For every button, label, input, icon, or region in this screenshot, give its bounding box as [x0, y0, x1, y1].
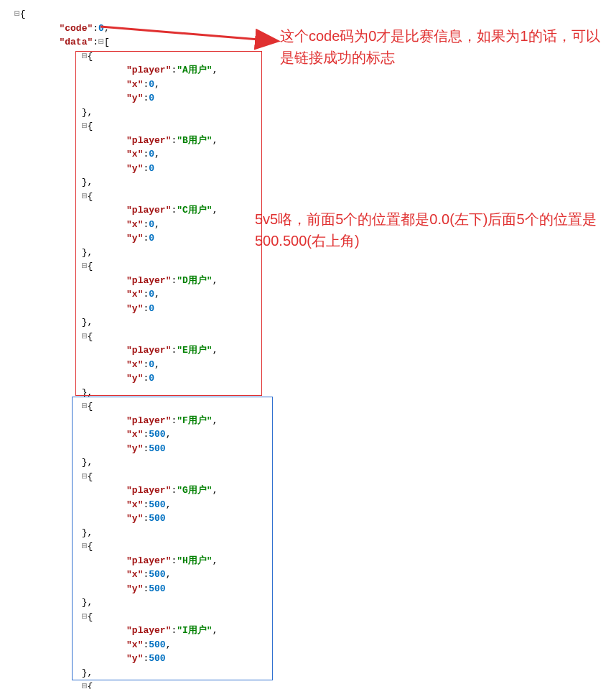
player-value: "D用户" [177, 275, 212, 286]
y-value: 0 [149, 303, 154, 314]
player-value: "C用户" [177, 205, 212, 216]
collapse-icon[interactable]: ⊟ [14, 9, 20, 19]
y-value: 500 [149, 443, 165, 454]
x-value: 500 [149, 499, 165, 510]
annotation-positions: 5v5咯，前面5个的位置都是0.0(左下)后面5个的位置是500.500(右上角… [255, 208, 599, 251]
code-value: 0 [98, 23, 104, 34]
player-value: "A用户" [177, 65, 212, 75]
x-value: 500 [149, 639, 165, 650]
player-value: "I用户" [177, 625, 212, 636]
x-value: 0 [149, 149, 154, 159]
collapse-icon[interactable]: ⊟ [98, 37, 104, 47]
player-value: "F用户" [177, 415, 212, 426]
x-value: 0 [149, 289, 154, 300]
annotation-code: 这个code码为0才是比赛信息，如果为1的话，可以是链接成功的标志 [280, 25, 603, 68]
y-value: 500 [149, 653, 165, 664]
x-value: 500 [149, 569, 165, 580]
json-viewer: ⊟{ "code":0, "data":⊟[ ⊟{ "player":"A用户"… [14, 7, 602, 689]
y-value: 0 [149, 163, 154, 174]
player-value: "H用户" [177, 555, 212, 566]
x-value: 0 [149, 219, 154, 230]
y-value: 500 [149, 513, 165, 524]
x-value: 0 [149, 359, 154, 370]
player-value: "E用户" [177, 345, 212, 356]
y-value: 0 [149, 373, 154, 384]
y-value: 0 [149, 233, 154, 244]
y-value: 0 [149, 93, 154, 103]
x-value: 500 [149, 429, 165, 440]
player-value: "G用户" [177, 485, 212, 496]
player-value: "B用户" [177, 135, 212, 146]
x-value: 0 [149, 79, 154, 90]
y-value: 500 [149, 583, 165, 594]
